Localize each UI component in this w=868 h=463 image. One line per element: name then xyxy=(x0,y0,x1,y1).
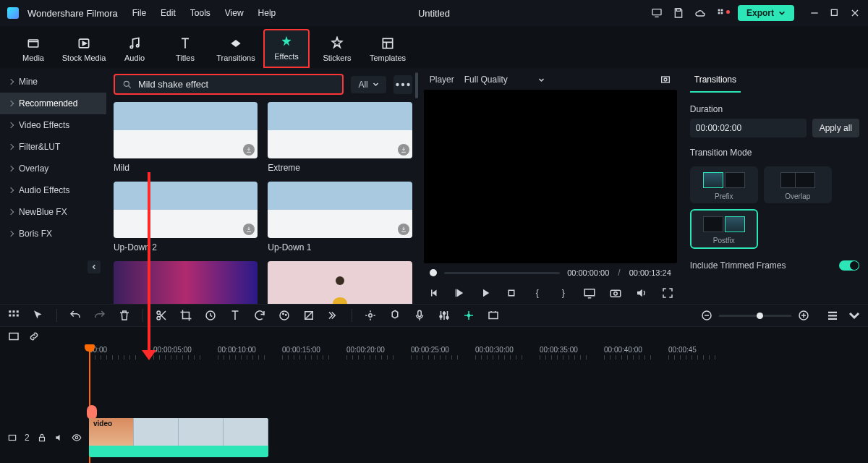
export-button[interactable]: Export xyxy=(738,5,794,21)
mark-out-button[interactable]: } xyxy=(557,286,570,300)
window-close-icon[interactable] xyxy=(849,7,861,19)
delete-button[interactable] xyxy=(118,309,131,322)
play-button[interactable] xyxy=(479,286,492,300)
tab-media[interactable]: Media xyxy=(10,32,56,68)
mixer-button[interactable] xyxy=(438,309,451,322)
inspector-tab-transitions[interactable]: Transitions xyxy=(690,68,741,93)
speed-button[interactable] xyxy=(204,309,217,322)
effect-card-label: Extreme xyxy=(268,163,412,173)
timeline-handle-icon[interactable] xyxy=(87,405,97,420)
track-media-icon[interactable] xyxy=(7,433,17,443)
effect-card-5[interactable] xyxy=(114,261,258,304)
sidebar-item-audio-effects[interactable]: Audio Effects xyxy=(0,179,106,201)
mode-overlap[interactable]: Overlap xyxy=(764,166,832,203)
effect-card-extreme[interactable]: Extreme xyxy=(268,102,412,173)
timeline-clip[interactable]: video xyxy=(89,418,268,457)
tab-titles[interactable]: Titles xyxy=(162,32,208,68)
duration-input[interactable]: 00:00:02:00 xyxy=(690,119,807,137)
redo-button[interactable] xyxy=(93,309,106,322)
keyframe-button[interactable] xyxy=(364,309,377,322)
more-options-button[interactable] xyxy=(393,75,412,94)
window-maximize-icon[interactable] xyxy=(829,7,841,19)
layout-icon[interactable] xyxy=(7,309,20,322)
rotate-button[interactable] xyxy=(253,309,266,322)
cloud-icon[interactable] xyxy=(694,7,706,19)
apply-all-button[interactable]: Apply all xyxy=(812,119,859,137)
camera-icon[interactable] xyxy=(609,286,622,300)
effect-card-updown1[interactable]: Up-Down 1 xyxy=(268,182,412,252)
mark-in-button[interactable]: { xyxy=(531,286,544,300)
display-settings-button[interactable] xyxy=(583,286,596,300)
prev-frame-button[interactable] xyxy=(427,286,440,300)
effect-card-mild[interactable]: Mild xyxy=(114,102,258,173)
sidebar-item-boris-fx[interactable]: Boris FX xyxy=(0,223,106,245)
marker-button[interactable] xyxy=(388,309,401,322)
svg-rect-22 xyxy=(584,289,595,296)
timeline-thumbnail-icon[interactable] xyxy=(7,330,20,343)
color-button[interactable] xyxy=(278,309,291,322)
sidebar-item-filter-lut[interactable]: Filter&LUT xyxy=(0,136,106,158)
menu-view[interactable]: View xyxy=(225,8,244,18)
zoom-in-button[interactable] xyxy=(797,309,810,322)
tab-templates[interactable]: Templates xyxy=(365,32,411,68)
sidebar-item-mine[interactable]: Mine xyxy=(0,71,106,93)
play-prev-button[interactable] xyxy=(453,286,466,300)
adjustment-button[interactable] xyxy=(302,309,315,322)
menu-edit[interactable]: Edit xyxy=(161,8,176,18)
track-mute-icon[interactable] xyxy=(54,433,64,443)
undo-button[interactable] xyxy=(69,309,82,322)
track-lock-icon[interactable] xyxy=(37,433,47,443)
search-input[interactable] xyxy=(138,79,336,90)
monitor-icon[interactable] xyxy=(651,7,663,19)
text-button[interactable] xyxy=(229,309,242,322)
effect-card-updown2[interactable]: Up-Down 2 xyxy=(114,182,258,252)
tab-transitions[interactable]: Transitions xyxy=(213,32,259,68)
sidebar-item-recommended[interactable]: Recommended xyxy=(0,93,106,114)
sidebar-item-newblue-fx[interactable]: NewBlue FX xyxy=(0,201,106,223)
menu-file[interactable]: File xyxy=(132,8,146,18)
stop-button[interactable] xyxy=(505,286,518,300)
tab-stock-media[interactable]: Stock Media xyxy=(61,32,107,68)
zoom-slider[interactable] xyxy=(719,315,791,317)
track-visibility-icon[interactable] xyxy=(72,433,82,443)
volume-button[interactable] xyxy=(635,286,648,300)
zoom-out-button[interactable] xyxy=(700,309,713,322)
sidebar-item-label: Overlay xyxy=(19,163,48,174)
search-box[interactable] xyxy=(114,74,344,95)
tab-stickers[interactable]: Stickers xyxy=(314,32,360,68)
mode-prefix[interactable]: Prefix xyxy=(690,166,758,203)
sidebar-item-overlay[interactable]: Overlay xyxy=(0,158,106,179)
collapse-sidebar-button[interactable] xyxy=(88,260,101,273)
mode-postfix[interactable]: Postfix xyxy=(690,209,758,249)
timeline-ruler[interactable]: 00:0000:00:05:0000:00:10:0000:00:15:0000… xyxy=(0,346,868,368)
playback-slider[interactable] xyxy=(444,272,560,274)
tab-effects[interactable]: Effects xyxy=(263,29,310,68)
menu-help[interactable]: Help xyxy=(258,8,276,18)
save-icon[interactable] xyxy=(673,7,684,19)
snapshot-icon[interactable] xyxy=(660,74,671,85)
voiceover-button[interactable] xyxy=(413,309,426,322)
sidebar-item-video-effects[interactable]: Video Effects xyxy=(0,114,106,136)
fullscreen-button[interactable] xyxy=(661,286,674,300)
playhead-grip-icon[interactable] xyxy=(85,344,95,352)
tab-audio[interactable]: Audio xyxy=(111,32,158,68)
preview-canvas[interactable] xyxy=(424,90,677,263)
menu-tools[interactable]: Tools xyxy=(190,8,210,18)
apps-icon[interactable] xyxy=(716,7,728,19)
timeline-link-icon[interactable] xyxy=(27,330,41,343)
auto-ripple-button[interactable] xyxy=(462,309,475,322)
track-view-chevron-icon[interactable] xyxy=(848,309,861,322)
effect-card-6[interactable] xyxy=(268,261,412,304)
select-tool-icon[interactable] xyxy=(32,309,45,322)
filter-dropdown[interactable]: All xyxy=(351,76,386,93)
split-button[interactable] xyxy=(155,309,168,322)
quality-dropdown[interactable]: Full Quality xyxy=(464,75,545,85)
include-trimmed-toggle[interactable] xyxy=(839,260,859,271)
render-button[interactable] xyxy=(487,309,500,322)
more-tools-icon[interactable] xyxy=(327,309,340,322)
window-minimize-icon[interactable] xyxy=(809,7,820,19)
crop-button[interactable] xyxy=(179,309,192,322)
scrollbar-thumb[interactable] xyxy=(415,72,418,98)
track-view-options-icon[interactable] xyxy=(826,309,839,322)
playhead-dot-icon[interactable] xyxy=(430,269,437,276)
